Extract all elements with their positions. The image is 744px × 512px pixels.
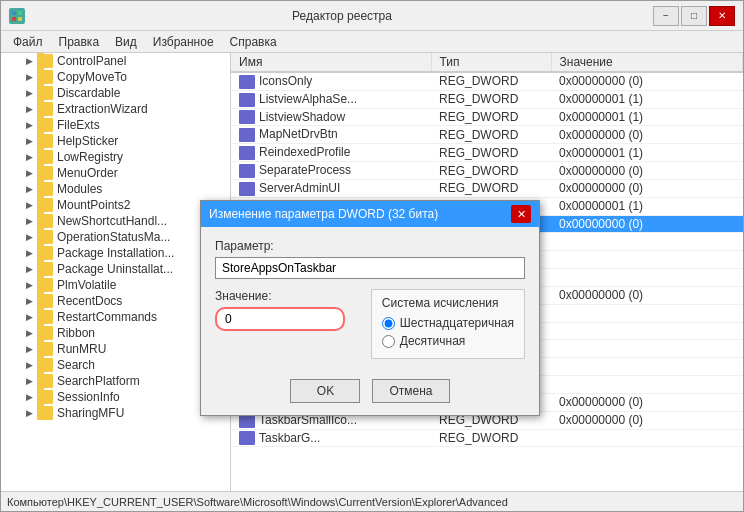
reg-value: 0x00000001 (1)	[551, 197, 743, 215]
value-label: Значение:	[215, 289, 361, 303]
expand-icon[interactable]: ▶	[21, 232, 37, 242]
folder-icon	[37, 214, 53, 228]
expand-icon[interactable]: ▶	[21, 136, 37, 146]
menu-item-правка[interactable]: Правка	[51, 33, 108, 51]
folder-icon	[37, 358, 53, 372]
tree-item[interactable]: ▶ExtractionWizard	[1, 101, 230, 117]
reg-name-cell: ServerAdminUI	[231, 179, 431, 197]
close-button[interactable]: ✕	[709, 6, 735, 26]
reg-name-cell: ListviewShadow	[231, 108, 431, 126]
reg-name-cell: ListviewAlphaSe...	[231, 90, 431, 108]
tree-item[interactable]: ▶RunMRU	[1, 341, 230, 357]
tree-item[interactable]: ▶RestartCommands	[1, 309, 230, 325]
expand-icon[interactable]: ▶	[21, 168, 37, 178]
svg-rect-2	[12, 17, 16, 21]
folder-icon	[37, 118, 53, 132]
tree-item-label: OperationStatusMa...	[57, 230, 170, 244]
table-row[interactable]: TaskbarG...REG_DWORD	[231, 429, 743, 447]
expand-icon[interactable]: ▶	[21, 88, 37, 98]
hex-radio[interactable]	[382, 317, 395, 330]
expand-icon[interactable]: ▶	[21, 72, 37, 82]
minimize-button[interactable]: −	[653, 6, 679, 26]
table-row[interactable]: IconsOnlyREG_DWORD0x00000000 (0)	[231, 72, 743, 90]
folder-icon	[37, 198, 53, 212]
menu-item-вид[interactable]: Вид	[107, 33, 145, 51]
tree-item[interactable]: ▶Package Installation...	[1, 245, 230, 261]
tree-item[interactable]: ▶MountPoints2	[1, 197, 230, 213]
expand-icon[interactable]: ▶	[21, 200, 37, 210]
tree-item[interactable]: ▶FileExts	[1, 117, 230, 133]
menu-item-справка[interactable]: Справка	[222, 33, 285, 51]
tree-item[interactable]: ▶MenuOrder	[1, 165, 230, 181]
tree-item-label: LowRegistry	[57, 150, 123, 164]
tree-item[interactable]: ▶Ribbon	[1, 325, 230, 341]
reg-value: 0x00000000 (0)	[551, 286, 743, 304]
table-row[interactable]: SeparateProcessREG_DWORD0x00000000 (0)	[231, 162, 743, 180]
folder-icon	[37, 246, 53, 260]
expand-icon[interactable]: ▶	[21, 344, 37, 354]
expand-icon[interactable]: ▶	[21, 296, 37, 306]
expand-icon[interactable]: ▶	[21, 392, 37, 402]
dialog-title-bar: Изменение параметра DWORD (32 бита) ✕	[201, 201, 539, 227]
restore-button[interactable]: □	[681, 6, 707, 26]
expand-icon[interactable]: ▶	[21, 360, 37, 370]
table-row[interactable]: ReindexedProfileREG_DWORD0x00000001 (1)	[231, 144, 743, 162]
tree-item[interactable]: ▶HelpSticker	[1, 133, 230, 149]
value-input[interactable]	[215, 307, 345, 331]
expand-icon[interactable]: ▶	[21, 152, 37, 162]
expand-icon[interactable]: ▶	[21, 328, 37, 338]
expand-icon[interactable]: ▶	[21, 216, 37, 226]
expand-icon[interactable]: ▶	[21, 280, 37, 290]
table-row[interactable]: ListviewAlphaSe...REG_DWORD0x00000001 (1…	[231, 90, 743, 108]
expand-icon[interactable]: ▶	[21, 120, 37, 130]
tree-item[interactable]: ▶OperationStatusMa...	[1, 229, 230, 245]
window-title: Редактор реестра	[31, 9, 653, 23]
expand-icon[interactable]: ▶	[21, 312, 37, 322]
table-row[interactable]: ServerAdminUIREG_DWORD0x00000000 (0)	[231, 179, 743, 197]
tree-item[interactable]: ▶Discardable	[1, 85, 230, 101]
tree-item[interactable]: ▶SearchPlatform	[1, 373, 230, 389]
dec-radio[interactable]	[382, 335, 395, 348]
tree-item[interactable]: ▶PlmVolatile	[1, 277, 230, 293]
tree-item[interactable]: ▶Search	[1, 357, 230, 373]
tree-panel[interactable]: ▶ControlPanel▶CopyMoveTo▶Discardable▶Ext…	[1, 53, 231, 491]
expand-icon[interactable]: ▶	[21, 264, 37, 274]
tree-item-label: PlmVolatile	[57, 278, 116, 292]
table-row[interactable]: MapNetDrvBtnREG_DWORD0x00000000 (0)	[231, 126, 743, 144]
table-row[interactable]: ListviewShadowREG_DWORD0x00000001 (1)	[231, 108, 743, 126]
tree-item[interactable]: ▶Package Uninstallat...	[1, 261, 230, 277]
tree-item-label: NewShortcutHandl...	[57, 214, 167, 228]
cancel-button[interactable]: Отмена	[372, 379, 449, 403]
expand-icon[interactable]: ▶	[21, 248, 37, 258]
expand-icon[interactable]: ▶	[21, 408, 37, 418]
tree-item[interactable]: ▶LowRegistry	[1, 149, 230, 165]
tree-item[interactable]: ▶ControlPanel	[1, 53, 230, 69]
tree-item[interactable]: ▶SessionInfo	[1, 389, 230, 405]
dialog-title: Изменение параметра DWORD (32 бита)	[209, 207, 438, 221]
dec-radio-text: Десятичная	[400, 334, 466, 348]
tree-item[interactable]: ▶CopyMoveTo	[1, 69, 230, 85]
reg-type: REG_DWORD	[431, 126, 551, 144]
dword-dialog[interactable]: Изменение параметра DWORD (32 бита) ✕ Па…	[200, 200, 540, 416]
reg-type: REG_DWORD	[431, 90, 551, 108]
expand-icon[interactable]: ▶	[21, 184, 37, 194]
tree-item[interactable]: ▶NewShortcutHandl...	[1, 213, 230, 229]
dialog-close-button[interactable]: ✕	[511, 205, 531, 223]
tree-item-label: CopyMoveTo	[57, 70, 127, 84]
expand-icon[interactable]: ▶	[21, 104, 37, 114]
expand-icon[interactable]: ▶	[21, 56, 37, 66]
menu-item-файл[interactable]: Файл	[5, 33, 51, 51]
ok-button[interactable]: OK	[290, 379, 360, 403]
tree-item-label: MountPoints2	[57, 198, 130, 212]
reg-value	[551, 233, 743, 251]
tree-item[interactable]: ▶Modules	[1, 181, 230, 197]
menu-item-избранное[interactable]: Избранное	[145, 33, 222, 51]
reg-name: ListviewShadow	[259, 110, 345, 124]
tree-item[interactable]: ▶RecentDocs	[1, 293, 230, 309]
param-input[interactable]	[215, 257, 525, 279]
hex-radio-label[interactable]: Шестнадцатеричная	[382, 316, 514, 330]
reg-value	[551, 304, 743, 322]
tree-item[interactable]: ▶SharingMFU	[1, 405, 230, 421]
dec-radio-label[interactable]: Десятичная	[382, 334, 514, 348]
expand-icon[interactable]: ▶	[21, 376, 37, 386]
